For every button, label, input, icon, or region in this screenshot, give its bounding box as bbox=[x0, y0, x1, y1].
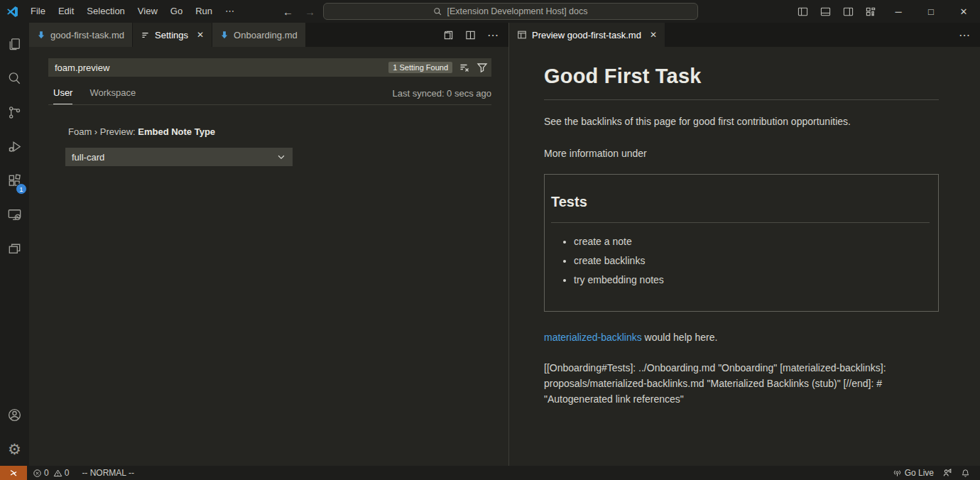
note-card-rule bbox=[551, 222, 930, 223]
menu-overflow-icon[interactable]: ⋯ bbox=[219, 0, 241, 23]
list-item: try embedding notes bbox=[574, 273, 930, 287]
feedback-button[interactable] bbox=[938, 466, 957, 480]
sync-status-label: Last synced: 0 secs ago bbox=[393, 88, 491, 104]
dropdown-value: full-card bbox=[72, 152, 104, 163]
markdown-preview: Good First Task See the backlinks of thi… bbox=[509, 47, 980, 407]
extensions-icon[interactable]: 1 bbox=[0, 163, 29, 197]
more-actions-icon[interactable]: ⋯ bbox=[959, 28, 970, 42]
search-view-icon[interactable] bbox=[0, 61, 29, 95]
person-feedback-icon bbox=[942, 468, 952, 478]
more-actions-icon[interactable]: ⋯ bbox=[487, 28, 499, 42]
menu-item-file[interactable]: File bbox=[24, 0, 52, 23]
tab-label: Onboarding.md bbox=[234, 30, 298, 40]
tab-label: Settings bbox=[155, 30, 188, 40]
command-center-label: [Extension Development Host] docs bbox=[447, 6, 587, 16]
go-live-label: Go Live bbox=[905, 468, 934, 478]
status-bar-right: Go Live bbox=[888, 466, 980, 480]
editor-group-preview: Preview good-first-task.md ✕ ⋯ Good Firs… bbox=[508, 23, 980, 466]
scope-tab-workspace[interactable]: Workspace bbox=[89, 87, 136, 104]
warning-count: 0 bbox=[65, 468, 70, 478]
vscode-logo-icon bbox=[0, 6, 24, 18]
back-arrow-icon[interactable]: ← bbox=[283, 6, 293, 18]
explorer-icon[interactable] bbox=[0, 27, 29, 61]
filter-funnel-icon[interactable] bbox=[477, 62, 488, 73]
tab-onboarding[interactable]: Onboarding.md bbox=[212, 23, 306, 47]
problems-status[interactable]: 0 0 bbox=[28, 466, 73, 480]
note-card-list: create a note create backlinks try embed… bbox=[551, 234, 930, 288]
settings-scope-tabs: User Workspace Last synced: 0 secs ago bbox=[48, 84, 491, 105]
settings-search-controls: 1 Setting Found bbox=[388, 58, 488, 77]
link-tail-text: would help here. bbox=[642, 332, 718, 343]
embedded-note-card: Tests create a note create backlinks try… bbox=[544, 174, 939, 312]
list-item: create a note bbox=[574, 234, 930, 249]
maximize-button[interactable]: □ bbox=[915, 0, 947, 23]
open-preview-icon bbox=[517, 30, 527, 40]
heading-rule bbox=[544, 99, 939, 100]
list-item: create backlinks bbox=[574, 253, 930, 268]
split-editor-icon[interactable] bbox=[465, 30, 476, 40]
customize-layout-icon[interactable] bbox=[859, 0, 882, 23]
close-tab-icon[interactable]: ✕ bbox=[650, 30, 657, 40]
workbench: 1 ⚙ good-first-task.md bbox=[0, 23, 980, 466]
toggle-secondary-sidebar-icon[interactable] bbox=[837, 0, 859, 23]
source-control-icon[interactable] bbox=[0, 95, 29, 129]
preview-paragraph: More information under bbox=[544, 146, 939, 160]
minimize-button[interactable]: ─ bbox=[882, 0, 915, 23]
settings-search-row: 1 Setting Found bbox=[48, 58, 491, 77]
editor-actions: ⋯ bbox=[959, 23, 980, 47]
close-window-button[interactable]: ✕ bbox=[947, 0, 980, 23]
search-icon bbox=[433, 7, 442, 16]
tab-settings[interactable]: Settings ✕ bbox=[133, 23, 212, 47]
setting-category: Foam › Preview: bbox=[68, 126, 138, 137]
window-controls: ─ □ ✕ bbox=[791, 0, 980, 23]
notifications-bell-button[interactable] bbox=[957, 466, 974, 480]
remote-indicator[interactable] bbox=[0, 466, 27, 480]
vim-mode-status[interactable]: -- NORMAL -- bbox=[77, 466, 138, 480]
settings-editor: 1 Setting Found User Workspace Last sync… bbox=[29, 47, 508, 166]
menu-item-edit[interactable]: Edit bbox=[52, 0, 80, 23]
tab-label: good-first-task.md bbox=[50, 30, 124, 40]
note-card-heading: Tests bbox=[551, 192, 930, 212]
error-icon bbox=[33, 469, 42, 478]
forward-arrow-icon[interactable]: → bbox=[305, 6, 315, 18]
status-bar: 0 0 -- NORMAL -- Go Live bbox=[0, 466, 980, 480]
settings-editor-icon bbox=[141, 31, 150, 40]
tab-preview-good-first-task[interactable]: Preview good-first-task.md ✕ bbox=[509, 23, 665, 47]
preview-heading: Good First Task bbox=[544, 61, 939, 91]
remote-explorer-icon[interactable] bbox=[0, 197, 29, 231]
run-and-debug-icon[interactable] bbox=[0, 129, 29, 163]
editor-layouts-icon[interactable] bbox=[0, 231, 29, 266]
scope-tab-user[interactable]: User bbox=[53, 87, 72, 104]
activity-bar: 1 ⚙ bbox=[0, 23, 29, 466]
menu-item-go[interactable]: Go bbox=[164, 0, 189, 23]
toggle-sidebar-icon[interactable] bbox=[791, 0, 814, 23]
materialized-backlinks-link[interactable]: materialized-backlinks bbox=[544, 332, 642, 343]
setting-title: Foam › Preview: Embed Note Type bbox=[68, 126, 491, 137]
preview-paragraph: See the backlinks of this page for good … bbox=[544, 114, 939, 129]
open-settings-json-icon[interactable] bbox=[443, 30, 454, 40]
go-live-button[interactable]: Go Live bbox=[888, 466, 938, 480]
setting-name: Embed Note Type bbox=[138, 126, 215, 137]
close-tab-icon[interactable]: ✕ bbox=[197, 30, 204, 40]
account-icon[interactable] bbox=[0, 398, 29, 432]
error-count: 0 bbox=[44, 468, 49, 478]
toggle-panel-icon[interactable] bbox=[814, 0, 837, 23]
menu-item-selection[interactable]: Selection bbox=[80, 0, 131, 23]
vim-mode-label: -- NORMAL -- bbox=[82, 468, 134, 478]
remote-icon bbox=[9, 468, 18, 478]
results-count-badge: 1 Setting Found bbox=[388, 62, 452, 73]
manage-gear-icon[interactable]: ⚙ bbox=[0, 432, 29, 466]
clear-search-filters-icon[interactable] bbox=[459, 62, 470, 73]
menu-item-view[interactable]: View bbox=[131, 0, 164, 23]
editor-group-settings: good-first-task.md Settings ✕ Onboarding… bbox=[29, 23, 508, 466]
broadcast-icon bbox=[893, 469, 902, 478]
title-bar: File Edit Selection View Go Run ⋯ ← → [E… bbox=[0, 0, 980, 23]
tab-good-first-task[interactable]: good-first-task.md bbox=[29, 23, 133, 47]
preview-paragraph: materialized-backlinks would help here. bbox=[544, 330, 939, 344]
markdown-file-icon bbox=[37, 31, 45, 39]
menu-item-run[interactable]: Run bbox=[189, 0, 219, 23]
extensions-badge: 1 bbox=[16, 183, 27, 195]
embed-note-type-dropdown[interactable]: full-card bbox=[65, 148, 293, 166]
command-center-search[interactable]: [Extension Development Host] docs bbox=[323, 3, 698, 20]
bell-icon bbox=[961, 469, 970, 478]
